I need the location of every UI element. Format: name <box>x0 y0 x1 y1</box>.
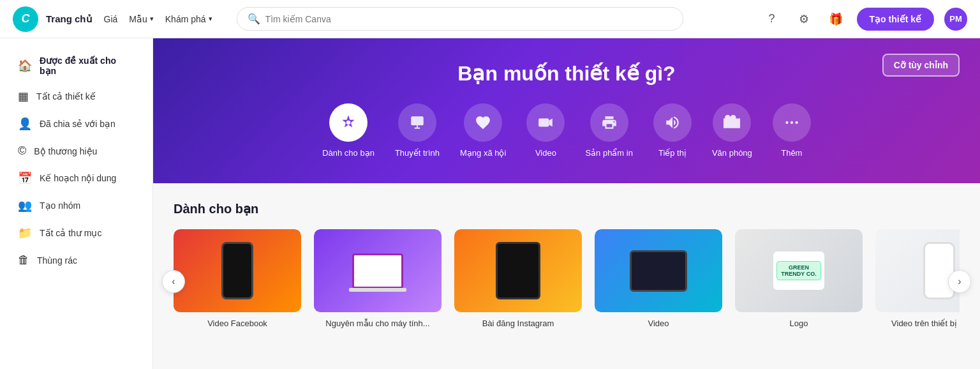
carousel-arrow-right[interactable]: › <box>948 270 971 293</box>
thumb-visual: GREENTRENDY CO. <box>735 229 863 312</box>
category-label: Dành cho bạn <box>322 148 375 158</box>
more-icon <box>773 103 811 142</box>
design-categories: Dành cho bạn Thuyết trình <box>179 103 954 158</box>
category-marketing[interactable]: Tiếp thị <box>653 103 692 158</box>
category-for-you[interactable]: Dành cho bạn <box>322 103 375 158</box>
header-actions: ? ⚙ 🎁 Tạo thiết kế PM <box>761 8 967 31</box>
gift-icon[interactable]: 🎁 <box>825 8 847 30</box>
category-label: Văn phòng <box>712 148 752 158</box>
folder-icon: 📁 <box>18 226 32 240</box>
mobile-mockup <box>923 242 955 299</box>
sidebar-item-brand[interactable]: © Bộ thương hiệu <box>5 138 147 164</box>
print-icon <box>590 103 628 142</box>
section-title: Dành cho bạn <box>174 201 960 216</box>
svg-point-5 <box>785 121 788 124</box>
explore-chevron-icon: ▾ <box>209 15 212 23</box>
sidebar-item-recommended[interactable]: 🏠 Được đề xuất cho bạn <box>5 49 147 82</box>
nav-templates[interactable]: Mẫu ▾ <box>129 14 153 24</box>
video-mockup <box>630 250 687 292</box>
main-content: Cỡ tùy chỉnh Bạn muốn thiết kế gì? Dành … <box>153 38 980 369</box>
sidebar-item-shared[interactable]: 👤 Đã chia sẻ với bạn <box>5 110 147 137</box>
cards-list: Video Facebook Nguyên mẫu cho máy tính..… <box>174 229 960 333</box>
main-layout: 🏠 Được đề xuất cho bạn ▦ Tất cả thiết kế… <box>0 38 980 369</box>
help-icon[interactable]: ? <box>761 8 783 30</box>
svg-point-0 <box>346 121 351 125</box>
custom-size-button[interactable]: Cỡ tùy chỉnh <box>882 54 960 77</box>
teams-icon: 👥 <box>18 199 32 213</box>
svg-rect-1 <box>411 116 424 125</box>
card-thumb <box>875 229 960 312</box>
thumb-visual <box>875 229 960 312</box>
office-icon <box>713 103 751 142</box>
sidebar-item-trash[interactable]: 🗑 Thùng rác <box>5 247 147 273</box>
card-logo[interactable]: GREENTRENDY CO. Logo <box>735 229 863 328</box>
nav-home[interactable]: Trang chủ <box>46 13 93 25</box>
sidebar-item-teams[interactable]: 👥 Tạo nhóm <box>5 192 147 219</box>
card-label: Nguyên mẫu cho máy tính... <box>314 319 442 328</box>
category-presentation[interactable]: Thuyết trình <box>395 103 440 158</box>
hero-banner: Cỡ tùy chỉnh Bạn muốn thiết kế gì? Dành … <box>153 38 980 183</box>
category-video[interactable]: Video <box>526 103 565 158</box>
category-print[interactable]: Sản phẩm in <box>585 103 633 158</box>
category-label: Thuyết trình <box>395 148 440 158</box>
sidebar-item-label: Thùng rác <box>37 255 77 266</box>
svg-point-7 <box>795 121 798 124</box>
thumb-visual <box>595 229 722 312</box>
card-thumb <box>174 229 301 312</box>
sidebar-item-all-designs[interactable]: ▦ Tất cả thiết kế <box>5 83 147 110</box>
category-more[interactable]: Thêm <box>773 103 811 158</box>
trash-icon: 🗑 <box>18 253 29 267</box>
sidebar-item-content-plan[interactable]: 📅 Kế hoạch nội dung <box>5 165 147 192</box>
card-thumb <box>454 229 582 312</box>
category-label: Mạng xã hội <box>460 148 506 158</box>
templates-chevron-icon: ▾ <box>150 15 154 23</box>
carousel-arrow-left[interactable]: ‹ <box>162 270 185 293</box>
logo-text: C <box>22 12 30 26</box>
thumb-visual <box>454 229 582 312</box>
category-label: Video <box>535 148 556 158</box>
search-input[interactable] <box>265 14 672 24</box>
search-bar: 🔍 <box>237 7 683 31</box>
sidebar-item-label: Bộ thương hiệu <box>34 146 97 156</box>
card-video[interactable]: Video <box>595 229 722 328</box>
card-label: Logo <box>735 319 863 328</box>
category-social[interactable]: Mạng xã hội <box>460 103 506 158</box>
section-for-you: Dành cho bạn ‹ Video Facebook <box>153 183 980 351</box>
nav-explore[interactable]: Khám phá ▾ <box>165 14 212 24</box>
brand-icon: © <box>18 144 26 158</box>
social-icon <box>464 103 502 142</box>
card-thumb: GREENTRENDY CO. <box>735 229 863 312</box>
sidebar: 🏠 Được đề xuất cho bạn ▦ Tất cả thiết kế… <box>0 38 153 369</box>
card-facebook-video[interactable]: Video Facebook <box>174 229 301 328</box>
card-label: Video trên thiết bị di động <box>875 319 960 328</box>
sidebar-item-all-folders[interactable]: 📁 Tất cả thư mục <box>5 220 147 246</box>
header: C Trang chủ Giá Mẫu ▾ Khám phá ▾ 🔍 ? ⚙ 🎁… <box>0 0 980 38</box>
card-label: Video Facebook <box>174 319 301 328</box>
sidebar-item-label: Tạo nhóm <box>40 200 80 211</box>
avatar[interactable]: PM <box>944 8 967 31</box>
settings-icon[interactable]: ⚙ <box>793 8 815 30</box>
hero-title: Bạn muốn thiết kế gì? <box>179 61 954 86</box>
card-thumb <box>314 229 442 312</box>
card-thumb <box>595 229 722 312</box>
nav-price[interactable]: Giá <box>104 14 118 24</box>
category-label: Thêm <box>781 148 802 158</box>
sidebar-item-label: Tất cả thiết kế <box>36 91 96 102</box>
presentation-icon <box>398 103 436 142</box>
phone-mockup <box>221 242 253 299</box>
card-mobile-video[interactable]: Video trên thiết bị di động <box>875 229 960 328</box>
card-laptop-prototype[interactable]: Nguyên mẫu cho máy tính... <box>314 229 442 328</box>
category-label: Sản phẩm in <box>585 148 633 158</box>
search-icon: 🔍 <box>248 13 260 25</box>
logo-mockup: GREENTRENDY CO. <box>773 252 824 290</box>
category-office[interactable]: Văn phòng <box>712 103 752 158</box>
thumb-visual <box>174 229 301 312</box>
thumb-visual <box>314 229 442 312</box>
sidebar-item-label: Được đề xuất cho bạn <box>40 56 135 76</box>
create-design-button[interactable]: Tạo thiết kế <box>857 8 934 31</box>
sidebar-item-label: Tất cả thư mục <box>40 228 101 238</box>
canva-logo[interactable]: C <box>13 6 38 32</box>
laptop-mockup <box>352 253 403 289</box>
card-instagram-post[interactable]: Bài đăng Instagram <box>454 229 582 328</box>
for-you-icon <box>329 103 368 142</box>
